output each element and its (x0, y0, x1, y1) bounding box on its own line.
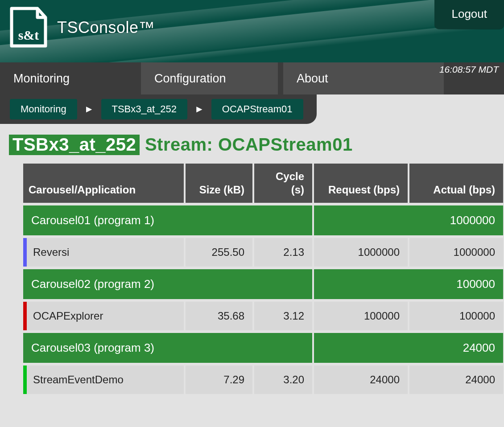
carousel-name: Carousel03 (program 3) (23, 333, 312, 363)
table-header-row: Carousel/Application Size (kB) Cycle (s)… (23, 164, 503, 203)
page-title-highlight: TSBx3_at_252 (9, 135, 140, 155)
app-title: TSConsole™ (57, 18, 155, 37)
nav-about[interactable]: About (283, 62, 444, 94)
header-banner: s&t TSConsole™ Logout (0, 0, 504, 62)
col-act: Actual (bps) (409, 164, 503, 203)
app-cycle: 3.20 (254, 365, 312, 394)
col-cycle: Cycle (s) (254, 164, 312, 203)
brand-logo-icon: s&t (10, 7, 47, 49)
carousel-name: Carousel01 (program 1) (23, 205, 312, 235)
app-size: 255.50 (186, 238, 252, 267)
carousel-name: Carousel02 (program 2) (23, 269, 312, 299)
app-name: OCAPExplorer (23, 302, 184, 330)
page-title-rest: Stream: OCAPStream01 (145, 135, 353, 154)
crumb-stream[interactable]: OCAPStream01 (211, 99, 303, 119)
app-size: 7.29 (186, 365, 252, 394)
app-name: StreamEventDemo (23, 365, 184, 394)
nav-configuration[interactable]: Configuration (141, 62, 278, 94)
app-name: Reversi (23, 238, 184, 267)
stream-table: Carousel/Application Size (kB) Cycle (s)… (21, 161, 504, 397)
page-title: TSBx3_at_252 Stream: OCAPStream01 (9, 135, 504, 155)
col-size: Size (kB) (186, 164, 252, 203)
chevron-right-icon: ► (84, 103, 94, 115)
main-nav: Monitoring Configuration About 16:08:57 … (0, 62, 504, 94)
crumb-device[interactable]: TSBx3_at_252 (101, 99, 188, 119)
app-cycle: 2.13 (254, 238, 312, 267)
crumb-monitoring[interactable]: Monitoring (10, 99, 77, 119)
app-req: 1000000 (314, 238, 408, 267)
application-row: OCAPExplorer35.683.12100000100000 (23, 302, 503, 330)
app-act: 100000 (409, 302, 503, 330)
application-row: Reversi255.502.1310000001000000 (23, 238, 503, 267)
logout-button[interactable]: Logout (434, 0, 504, 29)
carousel-actual: 100000 (314, 269, 503, 299)
app-cycle: 3.12 (254, 302, 312, 330)
carousel-group-row: Carousel01 (program 1)1000000 (23, 205, 503, 235)
clock: 16:08:57 MDT (439, 64, 499, 75)
app-size: 35.68 (186, 302, 252, 330)
chevron-right-icon: ► (194, 103, 204, 115)
app-act: 24000 (409, 365, 503, 394)
col-req: Request (bps) (314, 164, 408, 203)
carousel-group-row: Carousel02 (program 2)100000 (23, 269, 503, 299)
carousel-group-row: Carousel03 (program 3)24000 (23, 333, 503, 363)
app-req: 100000 (314, 302, 408, 330)
svg-text:s&t: s&t (18, 28, 39, 42)
carousel-actual: 24000 (314, 333, 503, 363)
breadcrumb: Monitoring ► TSBx3_at_252 ► OCAPStream01 (0, 94, 504, 124)
nav-monitoring[interactable]: Monitoring (0, 62, 141, 94)
col-app: Carousel/Application (23, 164, 184, 203)
carousel-actual: 1000000 (314, 205, 503, 235)
app-req: 24000 (314, 365, 408, 394)
application-row: StreamEventDemo7.293.202400024000 (23, 365, 503, 394)
app-act: 1000000 (409, 238, 503, 267)
